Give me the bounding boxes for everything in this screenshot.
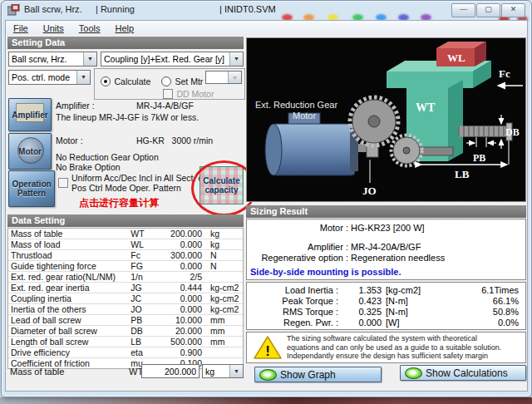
desktop-edge — [0, 397, 532, 404]
pb-label: PB — [473, 152, 485, 164]
checkbox-icon — [163, 89, 173, 99]
operation-pattern-label: Operation Pattern — [9, 180, 54, 198]
metric-label: Peak Torque : — [247, 296, 338, 307]
table-row[interactable]: Thrustload Fc 300.000 N — [8, 250, 243, 261]
ext-reduction-gear-label: Ext. Reduction Gear — [255, 100, 337, 110]
menu-item[interactable]: File — [6, 23, 36, 33]
motor-button-label: Motor — [18, 147, 42, 156]
mechanism-dropdown-value: Ball scrw, Hrz. — [9, 54, 83, 64]
param-value: 0.900 — [156, 347, 202, 357]
sizing-result-header: Sizing Result — [246, 205, 526, 218]
dd-motor-checkbox[interactable]: DD Motor — [163, 86, 214, 101]
chevron-down-icon: ▼ — [229, 52, 243, 66]
table-row[interactable]: Coupling inertia JC 0.000 kg-cm2 — [8, 293, 243, 304]
checkbox-icon — [58, 178, 68, 188]
coupling-dropdown[interactable]: Coupling [y]+Ext. Red. Gear [y] ▼ — [101, 52, 244, 67]
table-row[interactable]: Mass of load WL 0.000 kg — [8, 239, 243, 250]
window-control-button[interactable]: — — [451, 3, 475, 17]
edit-value-input[interactable] — [141, 364, 200, 378]
motor-label: Motor : — [56, 135, 83, 145]
metric-ratio: 66.1% — [444, 296, 525, 307]
amplifier-note: The lineup MR-J4-GF is 7kW or less. — [56, 112, 199, 122]
metric-ratio: 50.8% — [444, 307, 525, 318]
metric-ratio: 0.0% — [444, 318, 525, 328]
param-label: Lead of ball screw — [8, 315, 131, 325]
show-graph-button[interactable]: Show Graph — [254, 367, 382, 382]
amplifier-value: MR-J4-A/B/GF — [136, 101, 194, 111]
param-label: Drive efficiency — [8, 347, 131, 357]
param-symbol: eta — [131, 347, 156, 357]
table-row[interactable]: Drive efficiency eta 0.900 — [8, 347, 243, 358]
amplifier-button[interactable]: Amplifier — [8, 98, 52, 131]
ball-screw-diagram: WL WT — [247, 38, 525, 201]
param-symbol: Fc — [131, 250, 156, 260]
param-label: Ext. red. gear inertia — [8, 283, 131, 293]
dd-motor-label: DD Motor — [176, 89, 214, 99]
mechanism-dropdown[interactable]: Ball scrw, Hrz. ▼ — [8, 52, 97, 67]
app-window: Ball scrw, Hrz. | Running | INIDT0.SVM —… — [1, 0, 532, 397]
metric-unit: [W] — [382, 318, 444, 328]
param-value: 300.000 — [156, 250, 202, 260]
coupling-dropdown-value: Coupling [y]+Ext. Red. Gear [y] — [101, 54, 229, 64]
window-control-button[interactable]: ✕ — [501, 3, 525, 17]
edit-unit-dropdown[interactable]: kg ▼ — [202, 364, 244, 378]
warning-text-line2: equations and can only be used as a guid… — [287, 343, 501, 352]
calculate-capacity-label: Calculate capacity — [200, 176, 243, 195]
table-row[interactable]: Length of ball screw LB 500.000 mm — [8, 337, 243, 347]
show-calculations-label: Show Calculations — [426, 367, 508, 379]
table-row[interactable]: Ext. red. gear inertia JG 0.444 kg-cm2 — [8, 283, 243, 293]
metric-value: 1.353 — [338, 285, 382, 296]
param-label: Coupling inertia — [8, 293, 131, 303]
window-title: Ball scrw, Hrz. — [24, 4, 82, 14]
calculate-radio[interactable]: Calculate — [101, 73, 150, 88]
param-symbol: JG — [131, 283, 156, 293]
result-regen-value: Regeneration needless — [348, 253, 445, 264]
menu-bar: FileUnitsToolsHelp — [5, 20, 528, 36]
param-label: Guide tightening force — [8, 261, 131, 271]
table-row[interactable]: Ext. red. gear ratio(NL/NM) 1/n 2/5 — [8, 272, 243, 283]
chevron-down-icon: ▼ — [83, 52, 96, 66]
param-value: 0.000 — [156, 293, 202, 303]
menu-item[interactable]: Tools — [71, 23, 108, 33]
table-row[interactable]: Diameter of ball screw DB 20.000 mm — [8, 326, 243, 337]
param-symbol: 1/n — [131, 272, 156, 282]
control-mode-dropdown[interactable]: Pos. ctrl. mode ▼ — [8, 70, 91, 85]
calculate-capacity-button[interactable]: Calculate capacity — [200, 166, 244, 204]
window-control-button[interactable]: ▢ — [476, 3, 500, 17]
warning-box: ! The sizing software calculated the sys… — [246, 332, 526, 363]
menu-item[interactable]: Help — [107, 23, 141, 33]
metric-label: RMS Torque : — [247, 307, 338, 318]
result-motor-label: Motor : — [247, 223, 348, 234]
param-label: Mass of load — [8, 239, 131, 249]
table-row[interactable]: Lead of ball screw PB 10.000 mm — [8, 315, 243, 326]
data-setting-table: Mass of table WT 200.000 kg Mass of load… — [7, 228, 244, 369]
param-value: 2/5 — [156, 272, 202, 282]
table-row[interactable]: Mass of table WT 200.000 kg — [8, 229, 243, 239]
param-value: 500.000 — [156, 337, 202, 347]
result-motor-value: HG-KR23 [200 W] — [348, 223, 425, 234]
param-label: Thrustload — [8, 250, 131, 260]
metric-unit: [kg-cm2] — [382, 285, 444, 296]
motor-button[interactable]: Motor — [8, 133, 52, 170]
table-row[interactable]: Inertia of the others JO 0.000 kg-cm2 — [8, 304, 243, 315]
menu-item[interactable]: Units — [36, 23, 71, 33]
metric-value: 0.325 — [338, 307, 382, 318]
motor-note-brake: No Brake Option — [56, 162, 121, 172]
motor-value: HG-KR 3000 r/min — [136, 135, 213, 145]
capacity-hint-text: 点击进行容量计算 — [79, 196, 159, 210]
table-row[interactable]: Guide tightening force FG 0.000 N — [8, 261, 243, 272]
operation-pattern-button[interactable]: Operation Pattern — [8, 170, 55, 207]
metric-row: Load Inertia : 1.353 [kg-cm2] 6.1Times — [247, 285, 525, 296]
amplifier-label: Amplifier : — [56, 101, 95, 111]
uniform-accdec-label-line2: Pos Ctrl Mode Oper. Pattern — [71, 183, 181, 193]
uniform-accdec-checkbox[interactable] — [58, 175, 68, 190]
chevron-down-icon: ▼ — [76, 71, 90, 84]
parameter-edit-row: Mass of table WT: kg ▼ — [6, 364, 244, 379]
metric-unit: [N-m] — [382, 296, 444, 307]
title-bar[interactable]: Ball scrw, Hrz. | Running | INIDT0.SVM —… — [2, 1, 531, 20]
chevron-down-icon: ▼ — [229, 365, 243, 377]
show-calculations-button[interactable]: Show Calculations — [400, 365, 526, 381]
param-unit: mm — [202, 326, 243, 336]
param-value: 0.000 — [156, 261, 202, 271]
motor-model-dropdown[interactable]: ▼ — [205, 71, 242, 84]
